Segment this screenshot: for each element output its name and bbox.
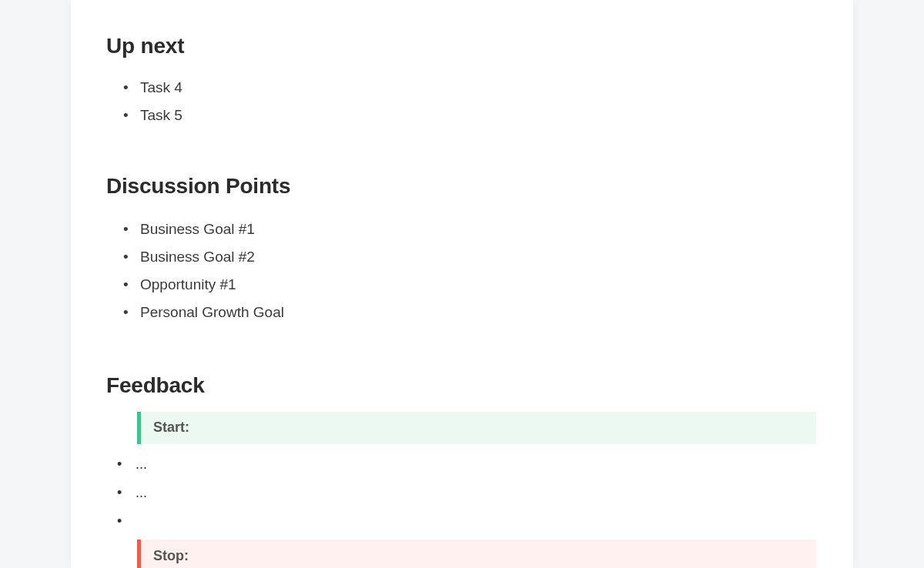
stop-label: Stop: <box>153 548 189 564</box>
up-next-heading: Up next <box>106 34 816 58</box>
stop-callout: Stop: <box>137 540 816 568</box>
start-label: Start: <box>153 419 189 436</box>
discussion-points-heading: Discussion Points <box>106 174 816 199</box>
document-page: Up next Task 4 Task 5 Discussion Points … <box>71 0 853 568</box>
discussion-points-list: Business Goal #1 Business Goal #2 Opport… <box>106 216 816 326</box>
list-item: ... <box>117 450 816 479</box>
list-item: Business Goal #2 <box>123 243 816 271</box>
list-item: ... <box>117 479 816 507</box>
feedback-heading: Feedback <box>106 373 816 398</box>
list-item: Opportunity #1 <box>123 271 816 299</box>
feedback-start-list: ... ... <box>106 450 816 534</box>
list-item: Personal Growth Goal <box>123 299 816 326</box>
list-item <box>117 507 816 533</box>
list-item: Task 4 <box>123 74 816 102</box>
up-next-list: Task 4 Task 5 <box>106 74 816 129</box>
list-item: Task 5 <box>123 102 816 129</box>
start-callout: Start: <box>137 412 816 444</box>
list-item: Business Goal #1 <box>123 216 816 243</box>
